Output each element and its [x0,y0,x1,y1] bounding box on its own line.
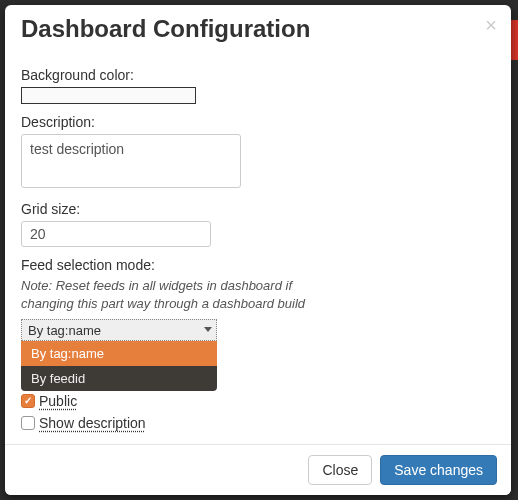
show-description-checkbox-row: Show description [21,415,495,431]
show-description-checkbox[interactable] [21,416,35,430]
feed-mode-option-tagname[interactable]: By tag:name [21,341,217,366]
modal-footer: Close Save changes [5,444,511,495]
close-icon[interactable]: × [485,15,497,35]
modal-title: Dashboard Configuration [21,15,495,43]
feed-mode-note: Note: Reset feeds in all widgets in dash… [21,277,341,313]
save-changes-button[interactable]: Save changes [380,455,497,485]
modal-body: Background color: Description: test desc… [5,51,511,444]
public-checkbox[interactable] [21,394,35,408]
public-checkbox-label: Public [39,393,77,409]
public-checkbox-row: Public [21,393,495,409]
show-description-checkbox-label: Show description [39,415,146,431]
description-label: Description: [21,114,495,130]
feed-mode-dropdown: By tag:name By feedid [21,341,217,391]
modal-header: Dashboard Configuration × [5,5,511,51]
close-button[interactable]: Close [308,455,372,485]
grid-size-label: Grid size: [21,201,495,217]
bg-color-input[interactable] [21,87,196,104]
feed-mode-option-feedid[interactable]: By feedid [21,366,217,391]
grid-size-input[interactable] [21,221,211,247]
dashboard-config-modal: Dashboard Configuration × Background col… [5,5,511,495]
feed-mode-select[interactable]: By tag:name [21,319,217,341]
bg-color-label: Background color: [21,67,495,83]
feed-mode-select-wrap: By tag:name By tag:name By feedid [21,319,217,341]
feed-mode-selected-value: By tag:name [28,323,101,338]
feed-mode-label: Feed selection mode: [21,257,495,273]
description-textarea[interactable]: test description [21,134,241,188]
